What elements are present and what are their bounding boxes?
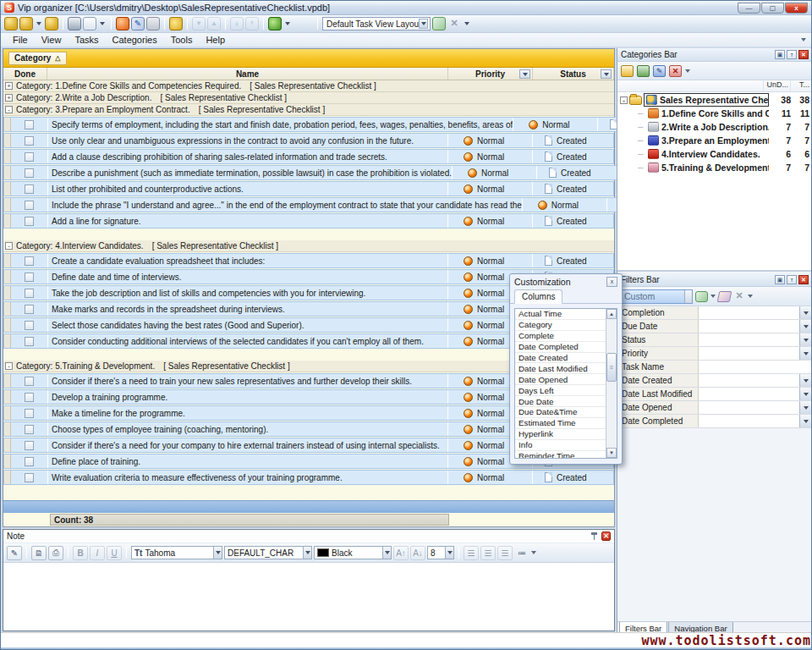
font-size-combo[interactable]: 8 [427,546,454,559]
task-name-cell[interactable]: Add a line for signature. [48,214,448,228]
priority-cell[interactable]: Normal [448,214,533,228]
done-checkbox[interactable] [25,136,34,146]
done-checkbox[interactable] [25,425,34,434]
priority-cell[interactable]: Normal [523,198,607,212]
categories-restore-icon[interactable]: ▣ [775,50,785,59]
task-name-cell[interactable]: Consider if there's a need to train your… [48,374,448,388]
done-checkbox[interactable] [25,409,34,418]
done-checkbox[interactable] [25,457,34,466]
status-cell[interactable]: Created [533,214,613,228]
task-row[interactable]: Use only clear and unambiguous expressio… [3,132,614,148]
filters-close-icon[interactable]: ✕ [798,275,809,284]
status-cell[interactable]: Created [533,254,613,267]
done-cell[interactable] [11,390,48,404]
move-up-icon[interactable]: ▲ [207,17,221,30]
note-edit-icon[interactable]: ✎ [7,546,22,560]
done-checkbox[interactable] [25,201,34,210]
category-group-row[interactable]: - Category: 3.Prepare an Employment Cont… [3,104,614,116]
filter-dropdown-icon[interactable] [799,333,812,346]
category-group-row[interactable]: + Category: 2.Write a Job Description. [… [3,92,614,104]
edit-category-icon[interactable]: ✎ [653,65,666,77]
done-cell[interactable] [11,150,48,163]
menu-item[interactable]: Categories [106,34,164,46]
task-row[interactable]: Add a clause describing prohibition of s… [3,148,614,164]
new-database-icon[interactable] [4,17,18,30]
task-name-cell[interactable]: List other prohibited and counterproduct… [48,182,448,196]
done-cell[interactable] [11,302,48,316]
print-preview-icon[interactable] [83,17,96,30]
new-task-icon[interactable] [116,17,129,30]
menu-item[interactable]: View [35,34,69,46]
task-name-cell[interactable]: Add a clause describing prohibition of s… [48,150,448,163]
done-checkbox[interactable] [25,152,34,162]
char-style-combo[interactable]: DEFAULT_CHAR [224,546,312,559]
filter-dropdown-icon[interactable] [799,347,812,360]
task-name-cell[interactable]: Take the job description and list of ski… [48,286,448,300]
tree-collapse-icon[interactable]: - [620,96,628,104]
task-name-cell[interactable]: Consider if there's a need for your comp… [48,438,448,452]
bold-button[interactable]: B [73,546,88,560]
move-top-icon[interactable]: ⯭ [245,17,259,30]
done-checkbox[interactable] [25,217,34,226]
done-checkbox[interactable] [25,256,34,266]
delete-filter-icon[interactable]: ✕ [733,289,745,303]
task-name-cell[interactable]: Use only clear and unambiguous expressio… [48,134,448,147]
column-list-item[interactable]: Info [515,440,606,451]
done-cell[interactable] [11,454,48,468]
delete-layout-icon[interactable]: ✕ [447,17,461,30]
note-close-icon[interactable]: ✕ [601,532,611,541]
tab-columns[interactable]: Columns [514,289,562,304]
column-header-priority[interactable]: Priority [448,68,533,80]
status-cell[interactable]: Created [537,166,617,179]
grow-font-icon[interactable]: A↑ [393,546,409,560]
print-dropdown-icon[interactable] [100,22,105,25]
done-cell[interactable] [11,438,48,452]
status-cell[interactable]: Created [533,182,613,196]
apply-filter-icon[interactable] [695,291,708,302]
expand-collapse-icon[interactable]: - [5,106,13,113]
done-checkbox[interactable] [25,441,34,450]
align-center-icon[interactable]: ☰ [480,546,496,560]
font-color-dropdown-icon[interactable] [382,547,391,559]
column-list-item[interactable]: Days Left [515,385,606,396]
clear-filter-icon[interactable] [717,291,732,302]
delete-task-icon[interactable] [146,17,160,30]
done-checkbox[interactable] [25,337,34,346]
new-subcategory-icon[interactable] [637,65,650,77]
column-list-item[interactable]: Estimated Time [515,418,606,429]
category-group-row[interactable]: + Category: 1.Define Core Skills and Com… [3,80,614,92]
task-row[interactable]: Write evaluation criteria to measure eff… [3,469,614,485]
font-family-combo[interactable]: Tt Tahoma [131,546,222,559]
column-list-item[interactable]: Date Created [515,353,606,364]
layout-combo-dropdown-icon[interactable] [419,19,428,29]
column-header-status[interactable]: Status [533,68,614,80]
note-preview-icon[interactable]: 🗎 [31,546,47,560]
font-size-dropdown-icon[interactable] [445,547,453,559]
expand-collapse-icon[interactable]: - [5,242,13,250]
category-tree-item[interactable]: ─ 5.Training & Development. 7 7 [617,161,812,174]
done-cell[interactable] [11,422,48,436]
task-name-cell[interactable]: Select those candidates having the best … [48,318,448,332]
menu-item[interactable]: File [6,34,35,46]
filter-value-field[interactable] [699,320,799,333]
minimize-button[interactable]: — [738,3,760,14]
column-header-total[interactable]: T... [790,80,812,91]
column-list-item[interactable]: Actual Time [515,309,606,320]
column-list-item[interactable]: Date Opened [515,374,606,385]
move-bottom-icon[interactable]: ⯯ [230,17,244,30]
filters-restore-icon[interactable]: ▣ [775,275,785,284]
task-row[interactable]: Specify terms of employment, including t… [3,116,614,132]
done-cell[interactable] [11,286,48,300]
menu-item[interactable]: Tools [164,34,200,46]
group-by-category-chip[interactable]: Category △ [8,52,67,65]
open-database-icon[interactable] [19,17,33,30]
done-cell[interactable] [11,198,48,212]
filter-value-field[interactable] [699,306,799,319]
align-left-icon[interactable]: ☰ [464,546,479,560]
done-cell[interactable] [11,166,48,179]
font-color-combo[interactable]: Black [314,546,392,559]
filter-dropdown-icon[interactable] [799,388,812,400]
filter-value-field[interactable] [699,333,799,346]
maximize-button[interactable]: ▢ [761,3,784,14]
category-tree-item[interactable]: ─ 2.Write a Job Description. 7 7 [617,120,812,134]
